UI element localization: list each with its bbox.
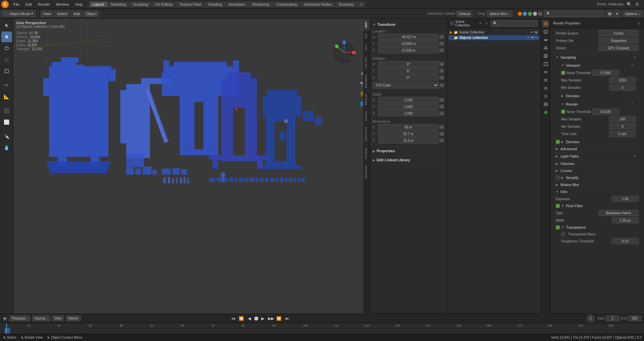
world-props-icon[interactable] bbox=[542, 52, 549, 60]
outliner-filter-btn[interactable]: ▾ bbox=[477, 21, 483, 26]
viewport-minsamples-value[interactable]: 0 bbox=[609, 84, 636, 91]
advanced-header[interactable]: ▶ Advanced bbox=[553, 146, 641, 152]
n-tab-tool[interactable]: Tool bbox=[363, 31, 370, 42]
scale-z-copy[interactable]: ⊞ bbox=[439, 111, 444, 116]
settings-icon[interactable]: ⚙ bbox=[634, 1, 640, 7]
filter-width-value[interactable]: 1.50 px bbox=[612, 217, 639, 223]
exposure-value[interactable]: 1.00 bbox=[612, 196, 639, 202]
n-tab-blenderkit[interactable]: BlenderKit bbox=[363, 71, 370, 91]
viewport[interactable]: User Perspective (2) Objecte collection … bbox=[13, 19, 370, 314]
tool-rotate[interactable] bbox=[1, 43, 12, 54]
light-paths-header[interactable]: ▶ Light Paths ≡ bbox=[553, 153, 641, 160]
shading-btn[interactable]: ● bbox=[614, 10, 621, 17]
timeline-track[interactable]: 2 10 20 30 40 50 60 70 80 90 100 110 120… bbox=[0, 323, 644, 334]
properties-header[interactable]: ▶ Properties bbox=[370, 148, 447, 154]
play-btn[interactable]: ▶ bbox=[260, 315, 266, 322]
view-btn[interactable]: View bbox=[52, 316, 64, 321]
pixel-filter-checkbox[interactable]: ✓ bbox=[556, 204, 560, 208]
rotation-y-copy[interactable]: ⊞ bbox=[439, 68, 444, 73]
n-tab-kitops[interactable]: KIT OPS bbox=[363, 54, 370, 71]
dim-y-input[interactable] bbox=[378, 131, 439, 137]
add-menu-btn[interactable]: Add bbox=[71, 11, 83, 17]
object-menu-btn[interactable]: Object bbox=[84, 11, 99, 17]
dot-orange[interactable] bbox=[518, 12, 522, 16]
location-y-input[interactable] bbox=[378, 41, 439, 47]
sampling-options-icon[interactable]: ≡ bbox=[634, 55, 639, 60]
filter-type-value[interactable]: Blackman-Harris bbox=[598, 210, 639, 216]
transparent-header[interactable]: ✓ ▼ Transparent bbox=[553, 224, 641, 231]
transparent-checkbox[interactable]: ✓ bbox=[556, 225, 560, 229]
render-minsamples-value[interactable]: 0 bbox=[609, 123, 636, 129]
n-tab-hardops[interactable]: HardOps bbox=[363, 144, 370, 162]
dot-green[interactable] bbox=[528, 12, 532, 16]
curves-header[interactable]: ▶ Curves bbox=[553, 167, 641, 174]
dot-blue[interactable] bbox=[523, 12, 527, 16]
physics-props-icon[interactable] bbox=[542, 84, 549, 92]
eye-icon-2[interactable]: 👁 bbox=[527, 36, 530, 40]
marker-btn[interactable]: Marker bbox=[66, 316, 81, 321]
tab-sculpting[interactable]: Sculpting bbox=[129, 2, 151, 7]
render-icon-2[interactable]: 📷 bbox=[531, 36, 534, 40]
constraints-props-icon[interactable] bbox=[542, 93, 549, 100]
n-tab-miramo[interactable]: Miramo bbox=[363, 108, 370, 124]
menu-window[interactable]: Window bbox=[53, 2, 72, 7]
render-noise-checkbox[interactable]: ✓ bbox=[561, 110, 565, 114]
rotation-mode-select[interactable]: XYZ Euler bbox=[373, 82, 439, 89]
rotation-z-copy[interactable]: ⊞ bbox=[439, 75, 444, 80]
menu-help[interactable]: Help bbox=[72, 2, 86, 7]
select-icon[interactable]: ↻ bbox=[535, 36, 538, 40]
render-panel-menu[interactable]: ≡ bbox=[636, 21, 641, 26]
denoise-enabled[interactable]: ✓ bbox=[556, 140, 560, 144]
prev-frame-btn[interactable]: ◀ bbox=[246, 315, 253, 322]
tab-uv-editing[interactable]: UV Editing bbox=[152, 2, 176, 7]
render-sampling-header[interactable]: ▼ Render ≡ bbox=[558, 101, 639, 108]
scale-y-input[interactable] bbox=[378, 104, 439, 110]
render-maxsamples-value[interactable]: 100 bbox=[609, 116, 636, 122]
tab-geometry-nodes[interactable]: Geometry Nodes bbox=[301, 2, 335, 7]
playback-btn[interactable]: Playback ↓ bbox=[9, 316, 30, 321]
prev-keyframe-btn[interactable]: ⏪ bbox=[238, 315, 245, 322]
motion-blur-header[interactable]: ▶ Motion Blur bbox=[553, 181, 641, 188]
viewport-noise-value[interactable]: 0.1000 bbox=[592, 70, 619, 76]
options-btn[interactable]: Options ↓ bbox=[623, 11, 643, 17]
rotation-mode-copy[interactable]: ⊞ bbox=[439, 83, 444, 88]
render-icon[interactable]: 📷 bbox=[534, 31, 538, 34]
outliner-scene-collection[interactable]: ▶ 📁 Scene Collection 👁 📷 bbox=[448, 30, 539, 35]
render-engine-value[interactable]: Cycles bbox=[598, 30, 639, 36]
render-sampling-menu[interactable]: ≡ bbox=[631, 102, 636, 107]
keying-btn[interactable]: Keying ↓ bbox=[32, 316, 50, 321]
dim-x-copy[interactable]: ⊞ bbox=[439, 125, 444, 129]
jump-start-btn[interactable]: ⏮ bbox=[230, 315, 237, 322]
rotation-x-input[interactable] bbox=[378, 61, 439, 67]
dim-x-input[interactable] bbox=[378, 124, 439, 130]
view-menu-btn[interactable]: View bbox=[41, 11, 53, 17]
select-box-btn[interactable]: Select Box ↓ bbox=[487, 11, 512, 17]
rotation-x-copy[interactable]: ⊞ bbox=[439, 62, 444, 66]
roughness-value[interactable]: 0.10 bbox=[612, 238, 639, 244]
dim-z-input[interactable] bbox=[378, 137, 439, 144]
tool-add-cube[interactable]: ⬛ bbox=[1, 105, 12, 116]
time-limit-value[interactable]: 0 sec bbox=[609, 131, 636, 137]
default-btn[interactable]: Default bbox=[456, 11, 473, 17]
output-props-icon[interactable] bbox=[542, 28, 549, 36]
n-tab-rbdlab[interactable]: RBDLab bbox=[363, 91, 370, 108]
scale-x-copy[interactable]: ⊞ bbox=[439, 98, 444, 102]
transform-header[interactable]: ▼ Transform bbox=[370, 21, 447, 27]
simplify-checkbox[interactable] bbox=[556, 176, 560, 180]
tool-cursor[interactable] bbox=[1, 20, 12, 31]
location-y-copy[interactable]: ⊞ bbox=[439, 41, 444, 46]
viewport-gizmo[interactable]: X Y Z bbox=[331, 39, 358, 66]
simplify-header[interactable]: ▶ Simplify bbox=[553, 174, 641, 181]
outliner-search-input[interactable] bbox=[491, 20, 538, 27]
viewport-header[interactable]: ▼ Viewport ≡ bbox=[558, 62, 639, 69]
scene-props-icon[interactable] bbox=[542, 44, 549, 52]
timeline-type-icon[interactable]: ▶ bbox=[3, 316, 7, 321]
data-props-icon[interactable] bbox=[542, 101, 549, 108]
denoise-header[interactable]: ✓ ▶ Denoise bbox=[553, 138, 641, 145]
tab-animation[interactable]: Animation bbox=[225, 2, 249, 7]
render-props-icon[interactable] bbox=[542, 20, 549, 27]
frame-display[interactable]: 2 bbox=[587, 315, 595, 323]
editor-type-btn[interactable]: ⬛ Object Mode ▾ bbox=[1, 10, 36, 17]
outliner-view-btn[interactable]: ≡ bbox=[484, 21, 489, 26]
tool-annotate[interactable]: ✏ bbox=[1, 80, 12, 91]
